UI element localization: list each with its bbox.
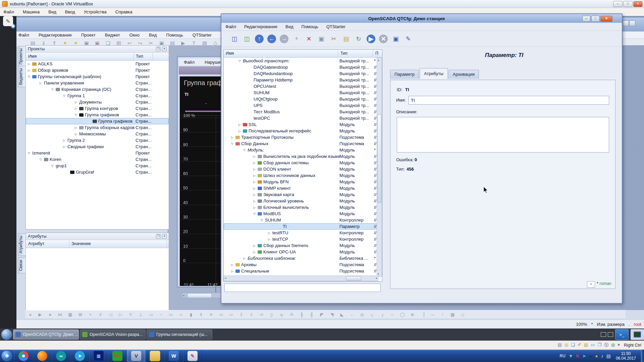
Сбор данных системы[interactable]: Сбор данных системы Модуль //: [224, 160, 382, 166]
Панели управления[interactable]: Панели управления Стран...: [26, 80, 169, 86]
editor-icon[interactable]: ✎: [3, 16, 13, 26]
hdd-icon[interactable]: ▤: [558, 342, 562, 348]
vision-runtime-icon[interactable]: ✎: [404, 35, 413, 43]
column-value[interactable]: Значение: [70, 240, 167, 247]
align-toolbar-icon[interactable]: ◥: [328, 311, 335, 318]
tab-attributes[interactable]: Атрибуты: [18, 233, 26, 256]
UIQtCfgloop[interactable]: UIQtCfgloop Выходной тр... //: [224, 96, 382, 102]
terminal-launcher[interactable]: >_: [615, 329, 629, 340]
expander-icon[interactable]: [243, 148, 248, 152]
tab-attributes[interactable]: Атрибуты: [420, 68, 448, 79]
column-name[interactable]: Имя: [224, 50, 338, 57]
tree-hscrollbar[interactable]: ◂ ▸: [224, 276, 378, 281]
expander-icon[interactable]: [238, 129, 243, 133]
tab-parameter[interactable]: Параметр: [390, 70, 419, 79]
expander-icon[interactable]: [40, 158, 44, 161]
expander-icon[interactable]: [63, 94, 67, 98]
column-type[interactable]: Тип: [134, 53, 153, 60]
word-icon[interactable]: W: [164, 350, 183, 362]
stop-icon[interactable]: ✕: [379, 35, 388, 43]
align-toolbar-icon[interactable]: ◂: [26, 311, 34, 318]
item-add-icon[interactable]: +: [292, 35, 301, 43]
tab-links[interactable]: Связи: [18, 257, 26, 274]
Группа 2[interactable]: Группа 2 Стран...: [26, 137, 169, 143]
expander-icon[interactable]: [28, 62, 32, 66]
Параметр Hddtemp[interactable]: Параметр Hddtemp Выходной тр... //: [224, 77, 382, 83]
align-toolbar-icon[interactable]: +: [87, 311, 94, 318]
qtcfg-menu-item[interactable]: Помощь: [302, 24, 318, 29]
align-toolbar-icon[interactable]: ⊠: [77, 311, 84, 318]
align-toolbar-icon[interactable]: ‖: [198, 311, 205, 318]
virtualbox-icon[interactable]: V: [127, 350, 146, 362]
align-toolbar-icon[interactable]: ◅: [147, 311, 154, 318]
OPCUAtest[interactable]: OPCUAtest Выходной тр... //: [224, 83, 382, 89]
usb-icon[interactable]: ✐: [578, 342, 581, 348]
expander-icon[interactable]: [28, 69, 32, 72]
Модуль BFN[interactable]: Модуль BFN Модуль //: [224, 179, 382, 185]
panel-close-button[interactable]: ✕: [162, 47, 167, 51]
align-toolbar-icon[interactable]: ⇩: [238, 311, 245, 318]
tab-archiving[interactable]: Архивация: [448, 70, 479, 79]
paint-icon[interactable]: ✎: [183, 350, 202, 362]
arduino-icon[interactable]: ∞: [52, 350, 70, 362]
expander-icon[interactable]: [261, 219, 265, 222]
network-icon[interactable]: ◍: [611, 342, 615, 348]
vbox-menu-item[interactable]: Вид: [48, 9, 56, 14]
grup1[interactable]: grup1 Стран...: [26, 163, 169, 169]
vbox-menu-item[interactable]: Ввод: [65, 9, 75, 14]
vision-menu-item[interactable]: QTStarter: [193, 33, 212, 38]
expander-icon[interactable]: [231, 142, 235, 145]
align-toolbar-icon[interactable]: ◁: [107, 311, 114, 318]
align-toolbar-icon[interactable]: ▭: [167, 311, 174, 318]
align-toolbar-icon[interactable]: ┌: [379, 311, 386, 318]
SNMP клиент[interactable]: SNMP клиент Модуль //: [224, 185, 382, 191]
name-input[interactable]: [409, 96, 609, 105]
SUHUM[interactable]: SUHUM Контроллер //: [224, 217, 382, 223]
cd-icon[interactable]: ◎: [565, 342, 568, 348]
column-path[interactable]: П: [374, 50, 378, 57]
align-toolbar-icon[interactable]: ◎: [359, 311, 366, 318]
refresh-icon[interactable]: ↻: [354, 35, 363, 43]
forward-icon[interactable]: →: [280, 35, 288, 43]
vision-minimize-button[interactable]: [623, 20, 629, 26]
Специальные[interactable]: Специальные Подсистема //: [224, 268, 382, 274]
DAQRedundantloop[interactable]: DAQRedundantloop Выходной тр... //: [224, 70, 382, 77]
align-toolbar-icon[interactable]: ▷: [117, 311, 124, 318]
Сбор Данных[interactable]: Сбор Данных Подсистема //: [224, 140, 382, 147]
vbox-close-button[interactable]: ✕: [633, 1, 643, 7]
SSL[interactable]: SSL Модуль //: [224, 121, 382, 128]
expander-icon[interactable]: [28, 152, 32, 155]
align-toolbar-icon[interactable]: ▕: [419, 311, 426, 318]
ethernet-app-icon[interactable]: Eth.: [108, 350, 127, 362]
vision-developing-icon[interactable]: ▣: [391, 35, 400, 43]
Сводные графики[interactable]: Сводные графики Стран...: [26, 143, 169, 150]
windows-icon[interactable]: ❐: [597, 342, 601, 348]
expander-icon[interactable]: [253, 155, 258, 158]
DCON клиент[interactable]: DCON клиент Модуль //: [224, 166, 382, 172]
Koren[interactable]: Koren Стран...: [26, 156, 169, 163]
firefox-icon[interactable]: [33, 350, 52, 362]
language-indicator[interactable]: RU: [559, 354, 565, 358]
tab-projects[interactable]: Проекты: [18, 46, 26, 67]
Группы сигнализаций (шаблон)[interactable]: Группы сигнализаций (шаблон) Проект: [26, 73, 169, 80]
telegram-icon[interactable]: ➤: [70, 350, 89, 362]
ModBUS[interactable]: ModBUS Модуль //: [224, 210, 382, 217]
align-toolbar-icon[interactable]: ▶: [37, 311, 44, 318]
virt-chip-icon[interactable]: Ⓥ: [604, 342, 608, 348]
vision-menu-item[interactable]: Редактирование: [39, 33, 72, 38]
more-icon[interactable]: ▾: [618, 342, 620, 348]
align-toolbar-icon[interactable]: =: [177, 311, 184, 318]
vision-menu-item[interactable]: Файл: [18, 33, 29, 38]
Группа 1[interactable]: Группа 1 Стран...: [26, 93, 169, 99]
start-periodic-icon[interactable]: ▶: [367, 35, 375, 43]
Библиотека шаблонов:[interactable]: Библиотека шаблонов: Библиотека ... *: [224, 255, 382, 261]
item-delete-icon[interactable]: ✕: [305, 35, 313, 43]
scroll-thumb[interactable]: [377, 114, 381, 203]
align-toolbar-icon[interactable]: ▩: [449, 311, 456, 318]
align-toolbar-icon[interactable]: ▯: [268, 311, 275, 318]
align-toolbar-icon[interactable]: ~: [157, 311, 164, 318]
volume-win-icon[interactable]: ♪: [601, 353, 603, 359]
whisker-menu-button[interactable]: [1, 329, 12, 340]
net-adapters-icon[interactable]: ❏: [571, 342, 575, 348]
telegram-tray-icon[interactable]: ➤: [582, 353, 586, 359]
